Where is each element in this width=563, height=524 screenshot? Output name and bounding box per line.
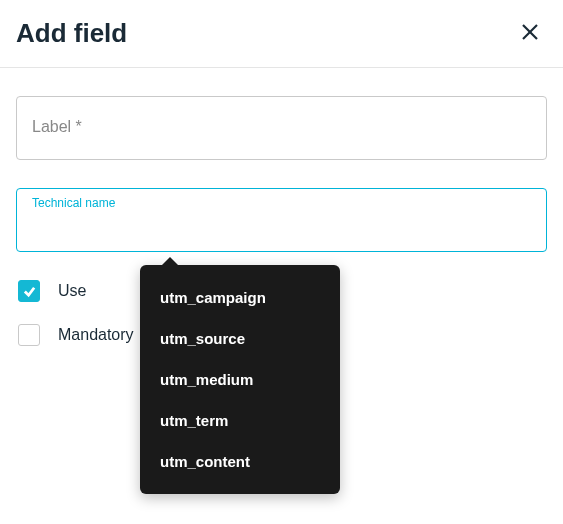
label-input[interactable] (16, 96, 547, 160)
dropdown-item[interactable]: utm_campaign (140, 277, 340, 318)
dropdown-item[interactable]: utm_medium (140, 359, 340, 400)
mandatory-checkbox-label: Mandatory (58, 326, 134, 344)
close-button[interactable] (517, 19, 543, 48)
use-checkbox[interactable] (18, 280, 40, 302)
technical-name-input[interactable] (16, 188, 547, 252)
dropdown-item[interactable]: utm_term (140, 400, 340, 441)
dropdown-item[interactable]: utm_content (140, 441, 340, 482)
use-checkbox-label: Use (58, 282, 86, 300)
label-field-wrapper: Label * (16, 96, 547, 160)
technical-name-field-wrapper: Technical name (16, 188, 547, 252)
check-icon (23, 285, 36, 298)
technical-name-dropdown: utm_campaign utm_source utm_medium utm_t… (140, 265, 340, 494)
dialog-header: Add field (0, 0, 563, 68)
dropdown-item[interactable]: utm_source (140, 318, 340, 359)
dialog-title: Add field (16, 18, 127, 49)
mandatory-checkbox[interactable] (18, 324, 40, 346)
close-icon (521, 23, 539, 41)
